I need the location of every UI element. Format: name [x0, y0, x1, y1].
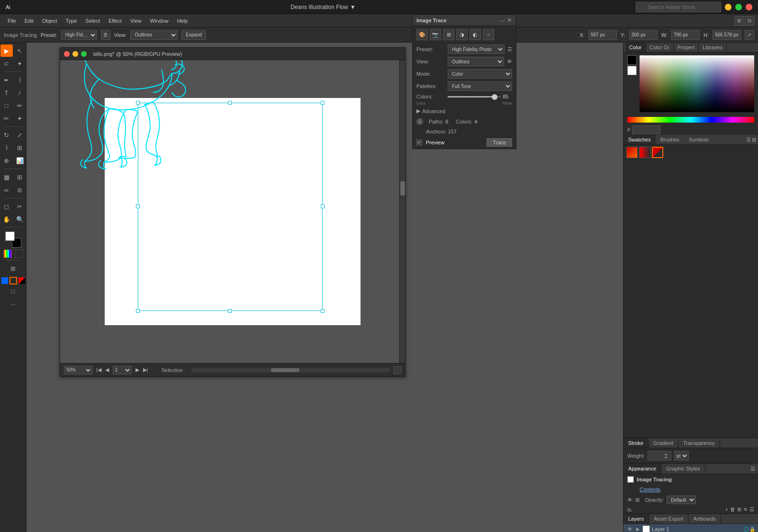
layer-lock-btn[interactable]: 🔒 [749, 527, 755, 532]
color-mode-fill[interactable] [1, 277, 9, 284]
pencil-tool[interactable]: ✏ [0, 112, 13, 124]
tab-transparency[interactable]: Transparency [678, 438, 720, 448]
close-panel-btn[interactable]: ✕ [507, 17, 512, 24]
scrollbar-thumb-h[interactable] [271, 368, 299, 372]
hue-bar[interactable] [627, 117, 754, 123]
blend-tool[interactable]: ∞ [0, 184, 13, 196]
menu-window[interactable]: Window [146, 17, 172, 25]
stroke-unit-select[interactable]: pt [674, 451, 689, 461]
doc-close-btn[interactable] [64, 51, 70, 57]
rect-tool[interactable]: □ [0, 99, 13, 112]
menu-select[interactable]: Select [81, 17, 104, 25]
doc-minimize-btn[interactable] [72, 51, 78, 57]
more-tools-btn[interactable]: ··· [7, 298, 19, 310]
weight-up-btn[interactable]: ▲ [664, 452, 668, 456]
zoom-tool[interactable]: 🔍 [14, 213, 26, 225]
rotate-tool[interactable]: ↻ [0, 129, 13, 141]
color-spectrum[interactable] [640, 55, 754, 112]
menu-help[interactable]: Help [173, 17, 192, 25]
menu-view[interactable]: View [126, 17, 145, 25]
weight-down-btn[interactable]: ▼ [664, 456, 668, 459]
layer-target-btn[interactable] [744, 527, 749, 532]
fx-text[interactable]: fx. [627, 507, 633, 513]
menu-edit[interactable]: Edit [21, 17, 37, 25]
handle-ml[interactable] [136, 204, 140, 208]
trace-view-select[interactable]: Outlines [448, 57, 504, 66]
tab-color-guide[interactable]: Color Gr [646, 43, 674, 52]
paintbrush-tool[interactable]: ✏ [14, 99, 26, 112]
tab-color[interactable]: Color [625, 43, 646, 52]
free-transform-tool[interactable]: ⊞ [14, 142, 26, 154]
line-tool[interactable]: / [14, 87, 26, 99]
handle-br[interactable] [321, 309, 325, 313]
slice-tool[interactable]: ⊘ [14, 184, 26, 196]
expand-button[interactable]: Expand [181, 30, 206, 40]
appear-menu-btn[interactable]: ☰ [749, 506, 754, 513]
handle-bl[interactable] [136, 309, 140, 313]
scrollbar-thumb-v[interactable] [400, 181, 405, 195]
black-white-btn[interactable]: ◐ [469, 29, 481, 40]
selection-tool[interactable]: ▶ [0, 44, 13, 57]
lasso-tool[interactable]: ⊂ [0, 57, 13, 70]
workspace-layout-btn[interactable]: ⊞ [734, 16, 744, 26]
h-input[interactable] [713, 30, 741, 40]
hand-tool[interactable]: ✋ [0, 213, 13, 225]
transform-options-btn[interactable]: ⤢ [745, 30, 754, 40]
low-fidelity-btn[interactable]: ⊞ [443, 29, 454, 40]
trace-button[interactable]: Trace [487, 138, 512, 147]
artboard-tool[interactable]: ⊞ [7, 262, 19, 275]
menu-file[interactable]: File [4, 17, 20, 25]
curvature-tool[interactable]: ⌇ [14, 74, 26, 86]
handle-bm[interactable] [228, 309, 232, 313]
active-fill-swatch[interactable] [627, 55, 637, 65]
maximize-button[interactable] [735, 4, 742, 10]
appear-clear-btn[interactable]: ✕ [743, 506, 748, 513]
handle-mr[interactable] [321, 204, 325, 208]
magic-wand-tool[interactable]: ✦ [14, 57, 26, 70]
appearance-menu-btn[interactable]: ☰ [748, 464, 758, 474]
appear-del-btn[interactable]: 🗑 [730, 506, 735, 513]
zoom-select[interactable]: 50% [64, 366, 92, 374]
tab-graphic-styles[interactable]: Graphic Styles [661, 464, 705, 474]
horizontal-scrollbar[interactable] [191, 368, 390, 372]
screen-mode-btn[interactable]: □ [7, 285, 19, 297]
page-select[interactable]: 1 [113, 366, 132, 374]
weight-stepper[interactable]: ▲ ▼ [648, 451, 671, 461]
view-preview-icon[interactable]: 👁 [507, 59, 512, 64]
swatches-grid-btn[interactable]: ⊞ [752, 137, 756, 143]
high-fidelity-btn[interactable]: 📷 [430, 29, 441, 40]
grayscale-btn[interactable]: ◑ [456, 29, 468, 40]
swatches-list-btn[interactable]: ☰ [746, 137, 751, 143]
color-mode-stroke[interactable] [9, 277, 17, 284]
y-input[interactable] [629, 30, 658, 40]
scissors-tool[interactable]: ✂ [14, 200, 26, 213]
pen-tool[interactable]: ✒ [0, 74, 13, 86]
preset-menu-icon[interactable]: ☰ [507, 46, 512, 53]
chart-tool[interactable]: 📊 [14, 154, 26, 167]
active-stroke-swatch[interactable] [627, 66, 637, 75]
type-tool[interactable]: T [0, 87, 13, 99]
tab-asset-export[interactable]: Asset Export [649, 514, 688, 523]
preview-checkbox[interactable]: ✓ [416, 140, 422, 145]
appear-dupe-btn[interactable]: ⊞ [737, 506, 741, 513]
project-title[interactable]: Deans Illustration Flow ▼ [290, 4, 355, 10]
tab-layers[interactable]: Layers [623, 514, 649, 523]
eraser-tool[interactable]: ◻ [0, 200, 13, 213]
advanced-toggle[interactable]: ▶ Advanced [413, 106, 516, 115]
colors-slider-thumb[interactable] [492, 94, 497, 100]
direct-selection-tool[interactable]: ↖ [14, 44, 26, 57]
layer-visibility-btn[interactable]: 👁 [626, 526, 633, 532]
doc-maximize-btn[interactable] [81, 51, 87, 57]
tab-gradient[interactable]: Gradient [649, 438, 678, 448]
tab-properties[interactable]: Propert [674, 43, 699, 52]
swatch-special-2[interactable] [639, 147, 650, 158]
menu-effect[interactable]: Effect [105, 17, 126, 25]
handle-tm[interactable] [228, 101, 232, 105]
weight-input[interactable] [650, 453, 664, 459]
trace-palettes-select[interactable]: Full Tone [448, 81, 512, 91]
shaper-tool[interactable]: ✦ [14, 112, 26, 124]
eyedropper-tool[interactable]: ⊕ [0, 154, 13, 167]
trace-mode-select[interactable]: Color [448, 69, 512, 79]
minimize-button[interactable] [725, 4, 731, 10]
tab-stroke[interactable]: Stroke [623, 438, 649, 448]
